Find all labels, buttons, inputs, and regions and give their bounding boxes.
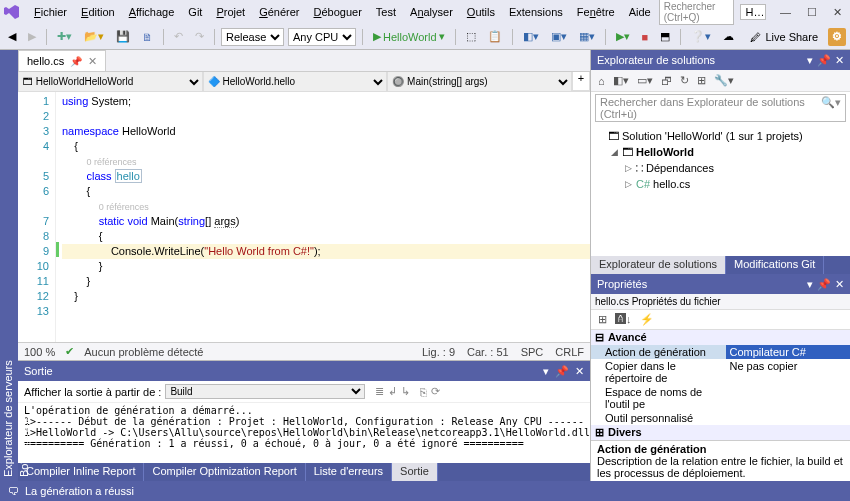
tree-file[interactable]: ▷C# hello.cs	[595, 176, 846, 192]
tree-project[interactable]: ◢🗔 HelloWorld	[595, 144, 846, 160]
output-body[interactable]: L'opération de génération a démarré... 1…	[18, 403, 590, 463]
menu-analyser[interactable]: Analyser	[404, 4, 459, 20]
menu-outils[interactable]: Outils	[461, 4, 501, 20]
nav-project[interactable]: 🗔 HelloWorldHelloWorld	[18, 72, 203, 92]
output-from-label: Afficher la sortie à partir de :	[24, 386, 161, 398]
close-tab-icon[interactable]: ✕	[88, 55, 97, 68]
open-button[interactable]: 📂▾	[80, 28, 108, 45]
bottom-tabs: Compiler Inline Report Compiler Optimiza…	[18, 463, 590, 481]
ins-indicator: SPC	[521, 346, 544, 358]
config-dropdown[interactable]: Release	[221, 28, 284, 46]
solution-tree[interactable]: 🗔 Solution 'HelloWorld' (1 sur 1 projets…	[591, 124, 850, 256]
statusbar: 🗨 La génération a réussi	[0, 481, 850, 501]
property-row[interactable]: Action de générationCompilateur C#	[591, 345, 850, 359]
props-cat-icon[interactable]: ⊞	[595, 312, 610, 327]
minimize-button[interactable]: —	[776, 4, 795, 21]
output-tb-icon-3[interactable]: ↳	[401, 385, 410, 398]
build-icon[interactable]: ⬒	[656, 28, 674, 45]
output-tb-icon-5[interactable]: ⟳	[431, 385, 440, 398]
menu-edition[interactable]: Edition	[75, 4, 121, 20]
tree-deps[interactable]: ▷⸬ Dépendances	[595, 160, 846, 176]
property-row[interactable]: Outil personnalisé	[591, 411, 850, 425]
nav-class[interactable]: 🔷 HelloWorld.hello	[203, 72, 388, 92]
property-row[interactable]: Copier dans le répertoire deNe pas copie…	[591, 359, 850, 385]
close-button[interactable]: ✕	[829, 4, 846, 21]
properties-object[interactable]: hello.cs Propriétés du fichier	[591, 294, 850, 310]
tab-output[interactable]: Sortie	[392, 463, 438, 481]
col-indicator: Car. : 51	[467, 346, 509, 358]
props-sort-icon[interactable]: 🅰↓	[612, 312, 635, 327]
redo-button[interactable]: ↷	[191, 28, 208, 45]
property-row[interactable]: Espace de noms de l'outil pe	[591, 385, 850, 411]
menu-projet[interactable]: Projet	[210, 4, 251, 20]
help-icon[interactable]: ❔▾	[687, 28, 715, 45]
tab-opt-report[interactable]: Compiler Optimization Report	[144, 463, 305, 481]
properties-grid[interactable]: ⊟Avancé Action de générationCompilateur …	[591, 330, 850, 440]
issues-label: Aucun problème détecté	[84, 346, 203, 358]
code-editor[interactable]: 12345678910111213 using System;namespace…	[18, 92, 590, 342]
menu-deboguer[interactable]: Déboguer	[308, 4, 368, 20]
wrench-icon[interactable]: 🔧▾	[711, 73, 737, 88]
liveshare-button[interactable]: 🖉 Live Share	[744, 29, 824, 45]
new-button[interactable]: ✚▾	[53, 28, 76, 45]
run-icon[interactable]: ▶▾	[612, 28, 634, 45]
save-button[interactable]: 💾	[112, 28, 134, 45]
nav-bar: 🗔 HelloWorldHelloWorld 🔷 HelloWorld.hell…	[18, 72, 590, 92]
props-events-icon[interactable]: ⚡	[637, 312, 657, 327]
sol-home-icon[interactable]: ⌂	[595, 74, 608, 88]
tab-error-list[interactable]: Liste d'erreurs	[306, 463, 392, 481]
stop-icon[interactable]: ■	[638, 29, 653, 45]
menu-generer[interactable]: Générer	[253, 4, 305, 20]
back-button[interactable]: ◀	[4, 28, 20, 45]
menu-extensions[interactable]: Extensions	[503, 4, 569, 20]
vs-logo-icon	[4, 3, 20, 21]
properties-header: Propriétés ▾📌✕	[591, 274, 850, 294]
tool-icon-5[interactable]: ▦▾	[575, 28, 599, 45]
platform-dropdown[interactable]: Any CPU	[288, 28, 356, 46]
status-icon: 🗨	[8, 485, 19, 497]
start-button[interactable]: ▶ HelloWorld ▾	[369, 28, 449, 45]
menubar: Fichier Edition Affichage Git Projet Gén…	[0, 0, 850, 24]
output-close-icon[interactable]: ✕	[575, 365, 584, 378]
tree-solution[interactable]: 🗔 Solution 'HelloWorld' (1 sur 1 projets…	[595, 128, 846, 144]
solution-explorer-header: Explorateur de solutions ▾📌✕	[591, 50, 850, 70]
tool-icon-1[interactable]: ⬚	[462, 28, 480, 45]
server-explorer-tab[interactable]: Explorateur de serveurs	[0, 56, 16, 481]
output-tb-icon-4[interactable]: ⎘	[420, 386, 427, 398]
output-tb-icon-1[interactable]: ≣	[375, 385, 384, 398]
menu-aide[interactable]: Aide	[623, 4, 657, 20]
output-source-dropdown[interactable]: Build	[165, 384, 365, 399]
solution-name: Hell...orld	[740, 4, 766, 20]
solution-search[interactable]: Rechercher dans Explorateur de solutions…	[595, 94, 846, 122]
output-tb-icon-2[interactable]: ↲	[388, 385, 397, 398]
saveall-button[interactable]: 🗎	[138, 29, 157, 45]
sol-tb-icon[interactable]: ◧▾	[610, 73, 632, 88]
nav-member[interactable]: 🔘 Main(string[] args)	[387, 72, 572, 92]
menu-fichier[interactable]: Fichier	[28, 4, 73, 20]
split-button[interactable]: +	[572, 72, 590, 91]
right-panel-tabs: Explorateur de solutions Modifications G…	[591, 256, 850, 274]
menu-fenetre[interactable]: Fenêtre	[571, 4, 621, 20]
menu-git[interactable]: Git	[182, 4, 208, 20]
forward-button[interactable]: ▶	[24, 28, 40, 45]
eol-indicator: CRLF	[555, 346, 584, 358]
undo-button[interactable]: ↶	[170, 28, 187, 45]
menu-affichage[interactable]: Affichage	[123, 4, 181, 20]
user-avatar[interactable]: ⚙	[828, 28, 846, 46]
output-pin-icon[interactable]: 📌	[555, 365, 569, 378]
solution-toolbar: ⌂ ◧▾ ▭▾ 🗗 ↻ ⊞ 🔧▾	[591, 70, 850, 92]
tool-icon-2[interactable]: 📋	[484, 28, 506, 45]
tab-inline-report[interactable]: Compiler Inline Report	[18, 463, 144, 481]
cloud-icon[interactable]: ☁	[719, 28, 738, 45]
tool-icon-4[interactable]: ▣▾	[547, 28, 571, 45]
output-dropdown-icon[interactable]: ▾	[543, 365, 549, 378]
check-icon: ✔	[65, 345, 74, 358]
search-input[interactable]: Rechercher (Ctrl+Q)	[659, 0, 735, 25]
maximize-button[interactable]: ☐	[803, 4, 821, 21]
tool-icon-3[interactable]: ◧▾	[519, 28, 543, 45]
pin-icon[interactable]: 📌	[70, 56, 82, 67]
tab-sol-explorer[interactable]: Explorateur de solutions	[591, 256, 726, 274]
menu-test[interactable]: Test	[370, 4, 402, 20]
properties-desc: Action de génération Description de la r…	[591, 440, 850, 481]
tab-git-changes[interactable]: Modifications Git	[726, 256, 824, 274]
